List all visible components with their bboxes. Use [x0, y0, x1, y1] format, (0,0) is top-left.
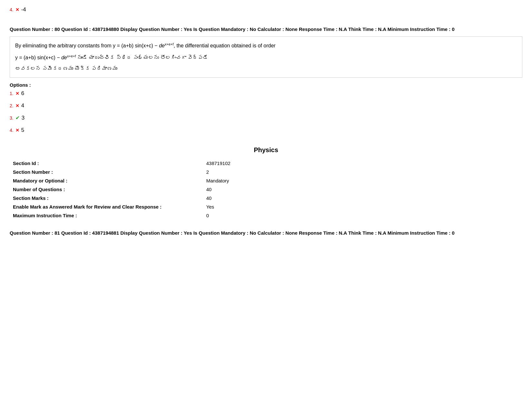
- prev-option-4: 4. ✕ -4: [10, 6, 522, 13]
- section-marks-label: Section Marks :: [10, 194, 203, 202]
- question-body-telugu1: y = (a+b) sin(x+c) − dex+e+f నుండి యాదృచ…: [15, 53, 517, 62]
- section-id-value: 438719102: [203, 159, 522, 168]
- mandatory-value: Mandatory: [203, 176, 522, 185]
- mandatory-label: Mandatory or Optional :: [10, 176, 203, 185]
- section-number-row: Section Number : 2: [10, 168, 522, 176]
- physics-section-title: Physics: [10, 146, 522, 154]
- max-instruction-row: Maximum Instruction Time : 0: [10, 211, 522, 220]
- x-icon-4: ✕: [15, 128, 19, 133]
- question-80-header: Question Number : 80 Question Id : 43871…: [10, 26, 522, 33]
- enable-mark-label: Enable Mark as Answered Mark for Review …: [10, 202, 203, 211]
- section-id-label: Section Id :: [10, 159, 203, 168]
- x-icon-prev4: ✕: [15, 7, 19, 12]
- x-icon-2: ✕: [15, 103, 19, 108]
- option-1-num: 1.: [10, 91, 14, 96]
- exponent2: x+e+f: [67, 54, 76, 58]
- option-2-val: 4: [21, 103, 24, 109]
- num-questions-row: Number of Questions : 40: [10, 185, 522, 194]
- question-81-header: Question Number : 81 Question Id : 43871…: [10, 230, 522, 237]
- enable-mark-row: Enable Mark as Answered Mark for Review …: [10, 202, 522, 211]
- num-questions-label: Number of Questions :: [10, 185, 203, 194]
- option-3-row: 3. ✔ 3: [10, 115, 522, 121]
- section-number-label: Section Number :: [10, 168, 203, 176]
- option-val-prev4: -4: [21, 6, 26, 13]
- option-num-prev4: 4.: [10, 7, 14, 12]
- max-instruction-label: Maximum Instruction Time :: [10, 211, 203, 220]
- options-label: Options :: [10, 82, 522, 88]
- section-marks-value: 40: [203, 194, 522, 202]
- option-4-num: 4.: [10, 128, 14, 133]
- option-4-row: 4. ✕ 5: [10, 127, 522, 133]
- num-questions-value: 40: [203, 185, 522, 194]
- max-instruction-value: 0: [203, 211, 522, 220]
- section-info-table: Section Id : 438719102 Section Number : …: [10, 159, 522, 220]
- x-icon-1: ✕: [15, 91, 19, 96]
- question-body-line1: By eliminating the arbitrary constants f…: [15, 41, 517, 50]
- section-id-row: Section Id : 438719102: [10, 159, 522, 168]
- section-number-value: 2: [203, 168, 522, 176]
- question-body-telugu2: అవకలన సమీకరణము యొక్క పరిమాణము: [15, 64, 517, 73]
- exponent1: x+e+f: [165, 42, 174, 46]
- option-1-row: 1. ✕ 6: [10, 90, 522, 97]
- option-1-val: 6: [21, 90, 24, 97]
- section-marks-row: Section Marks : 40: [10, 194, 522, 202]
- option-2-num: 2.: [10, 103, 14, 108]
- option-3-num: 3.: [10, 115, 14, 121]
- question-80-body: By eliminating the arbitrary constants f…: [10, 36, 522, 78]
- option-4-val: 5: [21, 127, 24, 133]
- check-icon-3: ✔: [15, 115, 20, 121]
- option-2-row: 2. ✕ 4: [10, 103, 522, 109]
- option-3-val: 3: [22, 115, 24, 121]
- enable-mark-value: Yes: [203, 202, 522, 211]
- mandatory-row: Mandatory or Optional : Mandatory: [10, 176, 522, 185]
